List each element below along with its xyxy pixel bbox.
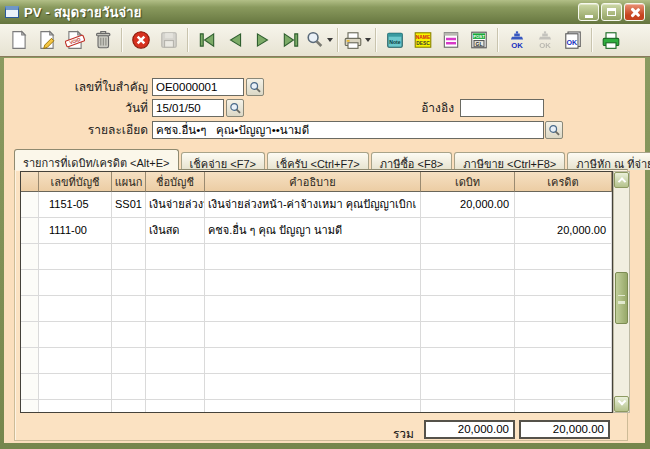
row-selector[interactable]	[21, 322, 39, 348]
cell-credit	[515, 192, 612, 218]
table-row[interactable]: 1151-05SS01เงินจ่ายล่วงหน้าเงินจ่ายล่วงห…	[21, 192, 612, 218]
cell-credit	[515, 322, 612, 348]
row-selector[interactable]	[21, 218, 39, 244]
search-icon	[249, 81, 262, 94]
cell-account-name	[146, 348, 205, 374]
row-selector[interactable]	[21, 400, 39, 413]
first-record-button[interactable]	[193, 27, 221, 54]
approve-icon: OK	[507, 30, 527, 50]
scroll-up-button[interactable]	[614, 172, 629, 188]
cell-department	[112, 296, 146, 322]
row-selector[interactable]	[21, 270, 39, 296]
table-row[interactable]: 1111-00เงินสดคชจ.อื่น ๆ คุณ ปัญญา นามดี2…	[21, 218, 612, 244]
edit-icon	[37, 30, 57, 50]
svg-text:NAME: NAME	[416, 35, 431, 40]
cell-account-name	[146, 400, 205, 413]
cell-credit: 20,000.00	[515, 218, 612, 244]
first-record-icon	[197, 30, 217, 50]
scrollbar-thumb[interactable]	[615, 272, 628, 324]
minimize-button[interactable]	[578, 3, 599, 21]
description-lookup-button[interactable]	[545, 121, 563, 139]
previous-record-button[interactable]	[221, 27, 249, 54]
toolbar-separator	[591, 28, 593, 52]
edit-button[interactable]	[33, 27, 61, 54]
cell-account-name	[146, 374, 205, 400]
post-gl-icon: POSTGL	[469, 30, 489, 50]
empty-row[interactable]	[21, 322, 612, 348]
delete-button[interactable]	[89, 27, 117, 54]
rate-button[interactable]	[437, 27, 465, 54]
next-record-button[interactable]	[249, 27, 277, 54]
content-area: เลขที่ใบสำคัญ วันที่ อ้างอิง รายละเอียด …	[4, 58, 645, 443]
cell-credit	[515, 400, 612, 413]
tab-withholding-tax[interactable]: ภาษีหัก ณ ที่จ่าย <Ctrl+F10>	[567, 152, 650, 170]
doc-no-label: เลขที่ใบสำคัญ	[22, 79, 148, 95]
maximize-button[interactable]	[601, 3, 622, 21]
description-input[interactable]	[152, 121, 544, 139]
row-selector[interactable]	[21, 374, 39, 400]
row-selector[interactable]	[21, 296, 39, 322]
toolbar-separator	[337, 28, 339, 52]
approve-all-button[interactable]: OK	[559, 27, 587, 54]
approve-all-icon: OK	[563, 30, 583, 50]
print-button[interactable]	[343, 27, 371, 54]
last-record-button[interactable]	[277, 27, 305, 54]
tab-cheque-paid[interactable]: เช็คจ่าย <F7>	[181, 152, 265, 170]
name-desc-button[interactable]: NAMEDESC	[409, 27, 437, 54]
window-title: PV - สมุดรายวันจ่าย	[24, 2, 576, 23]
new-document-button[interactable]	[5, 27, 33, 54]
vertical-scrollbar[interactable]	[613, 171, 630, 413]
name-desc-icon: NAMEDESC	[413, 30, 433, 50]
doc-no-lookup-button[interactable]	[246, 78, 264, 96]
approve-button[interactable]: OK	[503, 27, 531, 54]
grid-header-debit: เดบิท	[421, 172, 515, 192]
void-button[interactable]: VOID	[61, 27, 89, 54]
save-button[interactable]	[155, 27, 183, 54]
empty-row[interactable]	[21, 296, 612, 322]
grid-header-department: แผนก	[112, 172, 146, 192]
cell-account-name: เงินสด	[146, 218, 205, 244]
toolbar: VOIDNoteNAMEDESCPOSTGLOKOKOK	[0, 24, 650, 57]
cell-account-no	[39, 400, 112, 413]
empty-row[interactable]	[21, 374, 612, 400]
empty-row[interactable]	[21, 400, 612, 413]
row-selector[interactable]	[21, 348, 39, 374]
cell-description	[205, 296, 421, 322]
empty-row[interactable]	[21, 244, 612, 270]
scroll-down-button[interactable]	[614, 396, 629, 412]
chevron-down-icon	[617, 397, 625, 405]
tab-purchase-tax[interactable]: ภาษีซื้อ <F8>	[371, 152, 453, 170]
print-form-button[interactable]	[597, 27, 625, 54]
reference-input[interactable]	[460, 99, 544, 117]
total-label: รวม	[344, 424, 414, 443]
tab-cheque-received[interactable]: เช็ครับ <Ctrl+F7>	[267, 152, 369, 170]
close-button[interactable]	[624, 3, 645, 21]
cell-account-no: 1111-00	[39, 218, 112, 244]
tab-sales-tax[interactable]: ภาษีขาย <Ctrl+F8>	[454, 152, 565, 170]
cell-debit	[421, 218, 515, 244]
print-icon	[343, 30, 363, 50]
grid-header-account-name: ชื่อบัญชี	[146, 172, 205, 192]
date-input[interactable]	[152, 99, 224, 117]
application-window: PV - สมุดรายวันจ่าย VOIDNoteNAMEDESCPOST…	[0, 0, 650, 449]
empty-row[interactable]	[21, 348, 612, 374]
cell-description	[205, 322, 421, 348]
dropdown-caret[interactable]	[365, 38, 371, 42]
cell-description: เงินจ่ายล่วงหน้า-ค่าจ้างเหมา คุณปัญญาเบิ…	[205, 192, 421, 218]
date-lookup-button[interactable]	[226, 99, 244, 117]
note-button[interactable]: Note	[381, 27, 409, 54]
row-selector[interactable]	[21, 192, 39, 218]
date-label: วันที่	[22, 100, 148, 116]
cell-credit	[515, 348, 612, 374]
empty-row[interactable]	[21, 270, 612, 296]
approve-alt-button[interactable]: OK	[531, 27, 559, 54]
tab-debit-credit[interactable]: รายการที่เดบิท/เครดิต <Alt+E>	[14, 149, 179, 170]
grid-header-credit: เครดิต	[515, 172, 612, 192]
cell-department	[112, 348, 146, 374]
cancel-button[interactable]	[127, 27, 155, 54]
find-button[interactable]	[305, 27, 333, 54]
post-gl-button[interactable]: POSTGL	[465, 27, 493, 54]
row-selector[interactable]	[21, 244, 39, 270]
dropdown-caret[interactable]	[327, 38, 333, 42]
doc-no-input[interactable]	[152, 78, 244, 96]
